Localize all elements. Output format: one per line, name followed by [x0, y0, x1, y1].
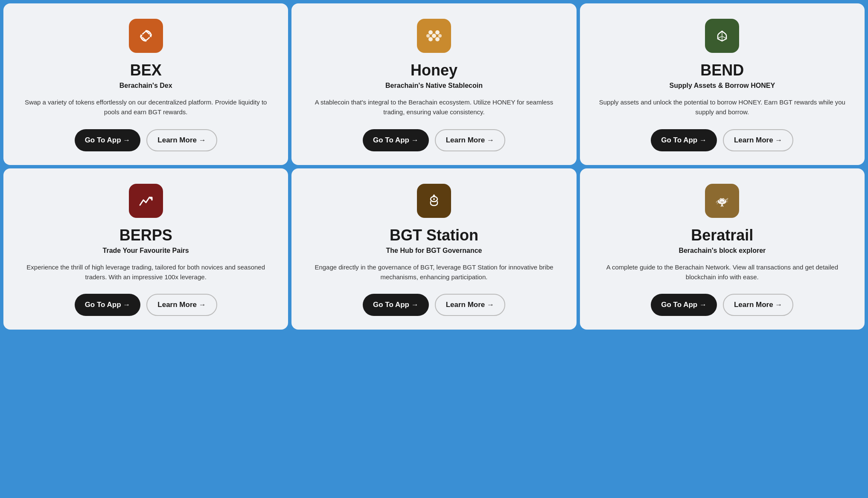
- honey-go-to-app-button[interactable]: Go To App →: [363, 129, 429, 151]
- svg-point-5: [428, 37, 433, 41]
- bgt-station-learn-more-button[interactable]: Learn More →: [435, 294, 505, 316]
- bend-go-to-app-button[interactable]: Go To App →: [651, 129, 717, 151]
- bex-title: BEX: [130, 61, 162, 79]
- beratrail-learn-more-button[interactable]: Learn More →: [723, 294, 793, 316]
- card-berps: BERPS Trade Your Favourite Pairs Experie…: [3, 168, 288, 330]
- card-bgt-station: BGT Station The Hub for BGT Governance E…: [291, 168, 576, 330]
- bex-learn-more-button[interactable]: Learn More →: [146, 129, 217, 151]
- svg-point-2: [428, 30, 433, 35]
- berps-description: Experience the thrill of high leverage t…: [17, 262, 274, 282]
- beratrail-description: A complete guide to the Berachain Networ…: [594, 262, 851, 282]
- bend-icon: [705, 19, 739, 53]
- bgt-station-icon: [417, 184, 451, 218]
- bex-description: Swap a variety of tokens effortlessly on…: [17, 97, 274, 117]
- bex-subtitle: Berachain's Dex: [119, 82, 172, 90]
- card-honey: Honey Berachain's Native Stablecoin A st…: [291, 3, 576, 165]
- bgt-station-description: Engage directly in the governance of BGT…: [305, 262, 562, 282]
- honey-title: Honey: [411, 61, 457, 79]
- honey-subtitle: Berachain's Native Stablecoin: [385, 82, 483, 90]
- bend-subtitle: Supply Assets & Borrow HONEY: [670, 82, 775, 90]
- svg-point-3: [435, 30, 440, 35]
- berps-learn-more-button[interactable]: Learn More →: [146, 294, 217, 316]
- card-bex: BEX Berachain's Dex Swap a variety of to…: [3, 3, 288, 165]
- bgt-station-go-to-app-button[interactable]: Go To App →: [363, 294, 429, 316]
- bex-go-to-app-button[interactable]: Go To App →: [75, 129, 141, 151]
- svg-point-14: [719, 200, 720, 201]
- svg-point-6: [435, 37, 440, 41]
- svg-point-8: [438, 34, 442, 38]
- bend-title: BEND: [700, 61, 744, 79]
- bend-description: Supply assets and unlock the potential t…: [594, 97, 851, 117]
- bgt-station-title: BGT Station: [390, 226, 478, 244]
- honey-icon: [417, 19, 451, 53]
- beratrail-subtitle: Berachain's block explorer: [679, 247, 766, 255]
- svg-point-15: [724, 200, 725, 201]
- svg-point-4: [432, 34, 436, 38]
- bend-learn-more-button[interactable]: Learn More →: [723, 129, 793, 151]
- beratrail-title: Beratrail: [691, 226, 753, 244]
- bgt-station-subtitle: The Hub for BGT Governance: [386, 247, 482, 255]
- berps-go-to-app-button[interactable]: Go To App →: [75, 294, 141, 316]
- berps-title: BERPS: [119, 226, 172, 244]
- honey-learn-more-button[interactable]: Learn More →: [435, 129, 505, 151]
- bex-icon: [129, 19, 163, 53]
- svg-point-10: [433, 198, 435, 200]
- card-bend: BEND Supply Assets & Borrow HONEY Supply…: [580, 3, 865, 165]
- card-beratrail: Beratrail Berachain's block explorer A c…: [580, 168, 865, 330]
- honey-description: A stablecoin that's integral to the Bera…: [305, 97, 562, 117]
- berps-icon: [129, 184, 163, 218]
- berps-subtitle: Trade Your Favourite Pairs: [103, 247, 189, 255]
- app-grid: BEX Berachain's Dex Swap a variety of to…: [3, 3, 865, 330]
- beratrail-go-to-app-button[interactable]: Go To App →: [651, 294, 717, 316]
- svg-point-7: [426, 34, 430, 38]
- beratrail-icon: [705, 184, 739, 218]
